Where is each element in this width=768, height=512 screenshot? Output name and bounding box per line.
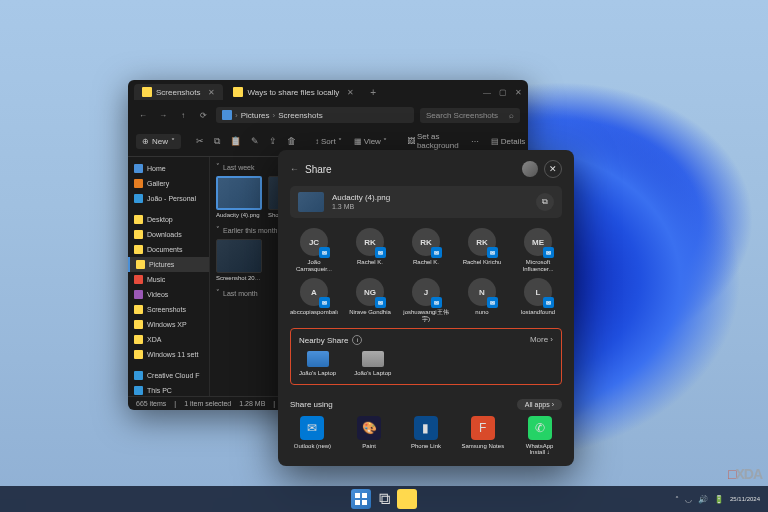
- sidebar-item-windows-xp[interactable]: Windows XP: [128, 317, 209, 332]
- contact-item[interactable]: J✉joshuawangi王伟宇): [402, 278, 450, 322]
- file-item[interactable]: Screenshot 2024-11-14 154013.png: [216, 239, 262, 281]
- copy-button[interactable]: ⧉: [211, 136, 223, 147]
- tab-ways-to-share[interactable]: Ways to share files locally✕: [225, 84, 362, 100]
- sidebar-item-xda[interactable]: XDA: [128, 332, 209, 347]
- close-icon[interactable]: ✕: [347, 88, 354, 97]
- sidebar-item-documents[interactable]: Documents: [128, 242, 209, 257]
- rename-button[interactable]: ✎: [248, 136, 262, 146]
- sidebar-item-windows11[interactable]: Windows 11 sett: [128, 347, 209, 362]
- more-button[interactable]: More ›: [530, 335, 553, 344]
- close-button[interactable]: ✕: [515, 88, 522, 97]
- sidebar-item-pictures[interactable]: Pictures: [128, 257, 209, 272]
- sidebar-item-creative-cloud[interactable]: Creative Cloud F: [128, 368, 209, 383]
- nearby-device[interactable]: João's Laptop: [354, 351, 391, 376]
- volume-icon[interactable]: 🔊: [698, 495, 708, 504]
- battery-icon[interactable]: 🔋: [714, 495, 724, 504]
- close-icon[interactable]: ✕: [208, 88, 215, 97]
- file-item[interactable]: Audacity (4).png: [216, 176, 262, 218]
- contact-item[interactable]: RK✉Rachel K.: [402, 228, 450, 272]
- search-icon: ⌕: [509, 111, 514, 120]
- set-background-button[interactable]: 🖼 Set as background: [403, 130, 463, 152]
- info-icon[interactable]: i: [352, 335, 362, 345]
- copy-button[interactable]: ⧉: [536, 193, 554, 211]
- start-button[interactable]: [351, 489, 371, 509]
- maximize-button[interactable]: ▢: [499, 88, 507, 97]
- contact-item[interactable]: L✉lostandfound: [514, 278, 562, 322]
- file-thumbnail: [298, 192, 324, 212]
- refresh-button[interactable]: ⟳: [196, 111, 210, 120]
- forward-button[interactable]: →: [156, 111, 170, 120]
- details-button[interactable]: ▤ Details: [487, 135, 529, 148]
- new-button[interactable]: ⊕ New ˅: [136, 134, 181, 149]
- address-bar: ← → ↑ ⟳ › Pictures› Screenshots Search S…: [128, 104, 528, 126]
- sidebar-item-personal[interactable]: João - Personal: [128, 191, 209, 206]
- sidebar-item-desktop[interactable]: Desktop: [128, 212, 209, 227]
- delete-button[interactable]: 🗑: [284, 136, 299, 146]
- folder-icon: [142, 87, 152, 97]
- user-avatar[interactable]: [522, 161, 538, 177]
- wifi-icon[interactable]: ◡: [685, 495, 692, 504]
- tab-screenshots[interactable]: Screenshots✕: [134, 84, 223, 100]
- contacts-row: JC✉João Carrasqueir...RK✉Rachel K.RK✉Rac…: [290, 228, 562, 272]
- share-app[interactable]: ✆WhatsApp Install ↓: [517, 416, 562, 456]
- share-using-section: Share usingAll apps › ✉Outlook (new)🎨Pai…: [290, 399, 562, 456]
- contact-item[interactable]: NG✉Nirave Gondhia: [346, 278, 394, 322]
- sidebar-item-videos[interactable]: Videos: [128, 287, 209, 302]
- minimize-button[interactable]: —: [483, 88, 491, 97]
- share-app[interactable]: 🎨Paint: [347, 416, 392, 456]
- more-button[interactable]: ⋯: [467, 135, 483, 148]
- clock-date[interactable]: 25/11/2024: [730, 496, 760, 502]
- sidebar-item-home[interactable]: Home: [128, 161, 209, 176]
- contact-item[interactable]: RK✉Rachel Kirichu: [458, 228, 506, 272]
- new-tab-button[interactable]: +: [364, 87, 382, 98]
- all-apps-button[interactable]: All apps ›: [517, 399, 562, 410]
- share-app[interactable]: ✉Outlook (new): [290, 416, 335, 456]
- paste-button[interactable]: 📋: [227, 136, 244, 146]
- explorer-taskbar-icon[interactable]: [397, 489, 417, 509]
- sidebar-item-downloads[interactable]: Downloads: [128, 227, 209, 242]
- taskbar: ⧉ ˄ ◡ 🔊 🔋 25/11/2024: [0, 486, 768, 512]
- share-button[interactable]: ⇪: [266, 136, 280, 146]
- up-button[interactable]: ↑: [176, 111, 190, 120]
- tray-chevron-icon[interactable]: ˄: [675, 495, 679, 504]
- breadcrumb[interactable]: › Pictures› Screenshots: [216, 107, 414, 123]
- taskview-button[interactable]: ⧉: [374, 489, 394, 509]
- share-title: Share: [305, 164, 516, 175]
- share-app[interactable]: ▮Phone Link: [404, 416, 449, 456]
- cut-button[interactable]: ✂: [193, 136, 207, 146]
- sidebar-item-screenshots[interactable]: Screenshots: [128, 302, 209, 317]
- search-input[interactable]: Search Screenshots⌕: [420, 108, 520, 123]
- nearby-device[interactable]: João's Laptop: [299, 351, 336, 376]
- sidebar-item-this-pc[interactable]: This PC: [128, 383, 209, 396]
- close-button[interactable]: ✕: [544, 160, 562, 178]
- sidebar: Home Gallery João - Personal Desktop Dow…: [128, 157, 210, 396]
- back-icon[interactable]: ←: [290, 164, 299, 174]
- view-button[interactable]: ▦ View ˅: [350, 135, 391, 148]
- svg-rect-1: [362, 493, 367, 498]
- sort-button[interactable]: ↕ Sort ˅: [311, 135, 346, 148]
- back-button[interactable]: ←: [136, 111, 150, 120]
- folder-icon: [233, 87, 243, 97]
- contact-item[interactable]: A✉abccopiaspombal@gmail.c...: [290, 278, 338, 322]
- svg-rect-3: [362, 500, 367, 505]
- contact-item[interactable]: RK✉Rachel K.: [346, 228, 394, 272]
- contact-item[interactable]: N✉nuno: [458, 278, 506, 322]
- svg-rect-2: [355, 500, 360, 505]
- svg-rect-0: [355, 493, 360, 498]
- sidebar-item-gallery[interactable]: Gallery: [128, 176, 209, 191]
- nearby-share-section: Nearby Sharei More › João's LaptopJoão's…: [290, 328, 562, 385]
- contact-item[interactable]: JC✉João Carrasqueir...: [290, 228, 338, 272]
- home-icon: [222, 110, 232, 120]
- share-file-card: Audacity (4).png 1.3 MB ⧉: [290, 186, 562, 218]
- share-app[interactable]: FSamsung Notes: [460, 416, 505, 456]
- contacts-row: A✉abccopiaspombal@gmail.c...NG✉Nirave Go…: [290, 278, 562, 322]
- watermark: □XDA: [728, 466, 762, 482]
- sidebar-item-music[interactable]: Music: [128, 272, 209, 287]
- titlebar: Screenshots✕ Ways to share files locally…: [128, 80, 528, 104]
- share-dialog: ← Share ✕ Audacity (4).png 1.3 MB ⧉ JC✉J…: [278, 150, 574, 466]
- contact-item[interactable]: ME✉Microsoft Influencer...: [514, 228, 562, 272]
